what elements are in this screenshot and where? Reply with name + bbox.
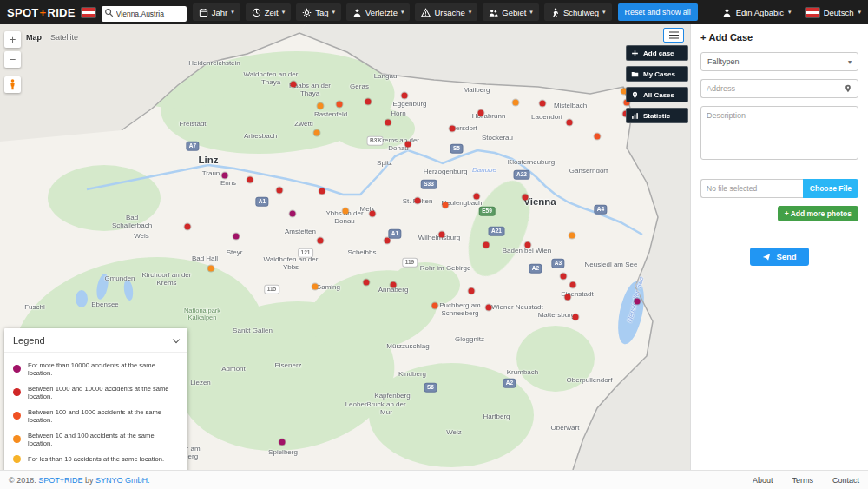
footer-link-terms[interactable]: Terms bbox=[792, 476, 813, 485]
accident-marker[interactable] bbox=[314, 130, 320, 136]
language-menu[interactable]: Deutsch ▾ bbox=[806, 8, 861, 17]
legend-items: For more than 10000 accidents at the sam… bbox=[4, 353, 187, 470]
hamburger-icon bbox=[669, 35, 679, 36]
accident-marker[interactable] bbox=[469, 288, 475, 294]
accident-marker[interactable] bbox=[595, 134, 601, 140]
company-link[interactable]: SYNYO GmbH. bbox=[95, 476, 150, 485]
accident-marker[interactable] bbox=[233, 234, 240, 240]
accident-marker[interactable] bbox=[635, 299, 641, 305]
accident-marker[interactable] bbox=[443, 202, 449, 208]
accident-marker[interactable] bbox=[486, 305, 492, 311]
accident-marker[interactable] bbox=[365, 99, 372, 105]
menu-toggle-button[interactable] bbox=[663, 28, 684, 43]
filter-jahr[interactable]: Jahr▾ bbox=[193, 3, 240, 21]
legend-dot bbox=[13, 365, 21, 373]
accident-marker[interactable] bbox=[247, 177, 253, 183]
accident-marker[interactable] bbox=[450, 126, 456, 132]
accident-marker[interactable] bbox=[318, 103, 324, 109]
accident-marker[interactable] bbox=[385, 120, 391, 126]
road-badge: A22 bbox=[515, 171, 529, 179]
filter-zeit[interactable]: Zeit▾ bbox=[246, 3, 291, 21]
filter-schulweg[interactable]: Schulweg▾ bbox=[544, 3, 612, 21]
accident-marker[interactable] bbox=[432, 303, 438, 309]
chevron-down-icon: ▾ bbox=[332, 9, 335, 16]
reset-button[interactable]: Reset and show all bbox=[618, 3, 698, 21]
accident-marker[interactable] bbox=[318, 238, 324, 244]
filter-ursache[interactable]: Ursache▾ bbox=[415, 3, 477, 21]
footer-link-contact[interactable]: Contact bbox=[832, 476, 859, 485]
add-case-title: + Add Case bbox=[700, 32, 858, 43]
filter-gebiet[interactable]: Gebiet▾ bbox=[483, 3, 539, 21]
road-badge: A4 bbox=[595, 206, 606, 214]
accident-marker[interactable] bbox=[483, 242, 490, 248]
accident-marker[interactable] bbox=[312, 284, 319, 290]
accident-marker[interactable] bbox=[391, 282, 397, 288]
legend-item: For les than 10 accidents at the same lo… bbox=[4, 451, 187, 466]
legend-item: Between 100 and 1000 accidents at the sa… bbox=[4, 404, 187, 427]
accident-marker[interactable] bbox=[415, 198, 421, 204]
add-case-button[interactable]: Add case bbox=[626, 45, 688, 61]
austria-flag-icon bbox=[82, 8, 95, 17]
accident-marker[interactable] bbox=[478, 110, 484, 116]
accident-marker[interactable] bbox=[319, 188, 326, 195]
file-name-input[interactable] bbox=[700, 179, 803, 198]
accident-marker[interactable] bbox=[385, 238, 391, 244]
accident-marker[interactable] bbox=[561, 274, 567, 280]
clock-icon bbox=[252, 8, 261, 17]
search-icon bbox=[104, 8, 114, 17]
brand-left: SPOT bbox=[7, 6, 39, 19]
map-type-map[interactable]: Map bbox=[26, 33, 42, 42]
send-button[interactable]: Send bbox=[750, 248, 808, 266]
accident-marker[interactable] bbox=[277, 188, 283, 194]
description-textarea[interactable] bbox=[700, 106, 858, 160]
accident-marker[interactable] bbox=[370, 211, 376, 217]
brand-link[interactable]: SPOT+RIDE bbox=[38, 476, 82, 485]
accident-marker[interactable] bbox=[222, 173, 228, 179]
accident-marker[interactable] bbox=[343, 208, 349, 215]
legend-header[interactable]: Legend bbox=[4, 328, 187, 353]
zoom-in-button[interactable]: + bbox=[4, 31, 21, 48]
accident-marker[interactable] bbox=[405, 142, 411, 148]
file-row: Choose File bbox=[700, 179, 858, 198]
accident-marker[interactable] bbox=[439, 232, 445, 238]
accident-marker[interactable] bbox=[525, 242, 531, 248]
locate-button[interactable] bbox=[838, 79, 858, 98]
legend-dot bbox=[13, 455, 21, 463]
accident-marker[interactable] bbox=[291, 82, 297, 88]
accident-marker[interactable] bbox=[474, 194, 480, 200]
road-badge: S5 bbox=[451, 145, 463, 153]
accident-marker[interactable] bbox=[567, 120, 573, 126]
pegman-icon[interactable] bbox=[4, 76, 21, 93]
filter-tag[interactable]: Tag▾ bbox=[296, 3, 341, 21]
accident-marker[interactable] bbox=[290, 211, 296, 217]
accident-marker[interactable] bbox=[573, 314, 579, 320]
accident-marker[interactable] bbox=[208, 266, 214, 272]
choose-file-button[interactable]: Choose File bbox=[803, 179, 858, 198]
add-more-photos-button[interactable]: + Add more photos bbox=[778, 206, 858, 221]
accident-marker[interactable] bbox=[523, 195, 529, 201]
accident-marker[interactable] bbox=[569, 233, 575, 239]
accident-marker[interactable] bbox=[402, 93, 408, 99]
accident-marker[interactable] bbox=[279, 439, 286, 446]
all-cases-button[interactable]: All Cases bbox=[626, 87, 688, 102]
accident-marker[interactable] bbox=[565, 294, 571, 301]
accident-marker[interactable] bbox=[540, 101, 546, 107]
add-case-panel: + Add Case Falltypen ▾ Choose File + Add… bbox=[690, 24, 868, 470]
map-canvas[interactable]: + − Map Satellite Add caseMy CasesAll Ca… bbox=[0, 24, 690, 470]
calendar-icon bbox=[199, 8, 208, 17]
accident-marker[interactable] bbox=[337, 102, 343, 108]
search-input[interactable] bbox=[102, 6, 187, 22]
accident-marker[interactable] bbox=[570, 282, 576, 288]
map-type-satellite[interactable]: Satellite bbox=[50, 33, 78, 42]
accident-marker[interactable] bbox=[513, 100, 519, 106]
accident-marker[interactable] bbox=[185, 224, 191, 230]
zoom-out-button[interactable]: − bbox=[4, 51, 21, 68]
address-input[interactable] bbox=[700, 79, 838, 98]
my-cases-button[interactable]: My Cases bbox=[626, 66, 688, 82]
filter-verletzte[interactable]: Verletzte▾ bbox=[346, 3, 410, 21]
footer-link-about[interactable]: About bbox=[753, 476, 773, 485]
statistic-button[interactable]: Statistic bbox=[626, 108, 688, 123]
falltypen-select[interactable]: Falltypen ▾ bbox=[700, 52, 858, 71]
user-menu[interactable]: Edin Agbabic ▾ bbox=[722, 8, 792, 17]
accident-marker[interactable] bbox=[364, 280, 370, 286]
